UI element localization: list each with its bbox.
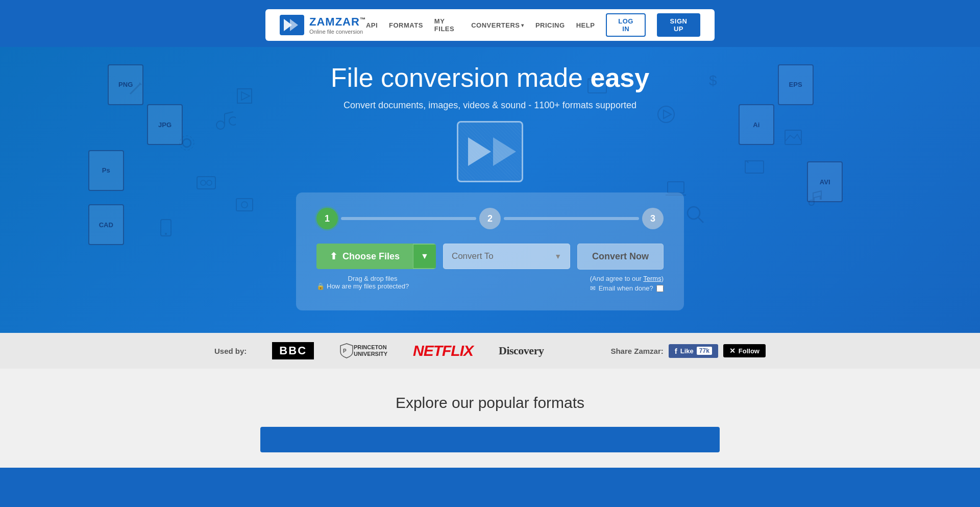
email-checkbox[interactable] — [656, 285, 664, 292]
fb-like-count: 77k — [697, 347, 712, 355]
converters-dropdown-arrow: ▾ — [521, 22, 524, 28]
bg-cassette-icon — [196, 173, 216, 193]
facebook-icon: f — [675, 347, 677, 355]
bg-file-ps: Ps — [88, 150, 124, 191]
brand-tm: ™ — [360, 16, 366, 22]
step-line-2 — [504, 217, 639, 220]
svg-rect-28 — [236, 199, 253, 211]
bg-music-note-icon — [803, 190, 823, 210]
navbar: ZAMZAR™ Online file conversion API FORMA… — [265, 9, 715, 41]
svg-line-3 — [130, 84, 140, 94]
svg-rect-12 — [785, 130, 801, 144]
nav-link-api[interactable]: API — [366, 21, 378, 29]
convert-to-label: Convert To — [452, 251, 494, 261]
svg-point-14 — [658, 106, 674, 123]
x-logo-icon: ✕ — [729, 347, 736, 355]
facebook-like-button[interactable]: f Like 77k — [669, 344, 718, 358]
discovery-logo: Discovery — [499, 344, 544, 357]
bg-magnify-icon — [685, 204, 705, 225]
login-button[interactable]: LOG IN — [606, 13, 646, 37]
used-by-inner: Used by: BBC P PRINCETON UNIVERSITY NETF… — [184, 342, 796, 359]
svg-point-23 — [207, 180, 212, 185]
nav-link-my-files[interactable]: MY FILES — [434, 17, 460, 33]
protect-link[interactable]: 🔒 How are my files protected? — [316, 282, 429, 290]
bg-file-jpg: JPG — [147, 104, 183, 145]
step-line-1 — [341, 217, 476, 220]
explore-section: Explore our popular formats — [0, 369, 980, 468]
svg-point-9 — [183, 139, 191, 147]
converter-controls: ⬆ Choose Files ▼ Convert To ▼ Convert No… — [316, 244, 664, 270]
email-when-done-row: ✉ Email when done? — [590, 284, 664, 292]
netflix-brand: NETFLIX — [413, 342, 473, 359]
bg-file-avi: AVI — [807, 161, 843, 202]
zamzar-logo-icon — [280, 15, 304, 35]
choose-files-button[interactable]: ⬆ Choose Files ▼ — [316, 244, 436, 269]
nav-link-help[interactable]: HELP — [576, 21, 595, 29]
choose-files-dropdown-button[interactable]: ▼ — [413, 245, 436, 268]
bbc-logo: BBC — [272, 342, 314, 359]
svg-line-4 — [139, 83, 141, 85]
svg-point-10 — [180, 136, 194, 150]
converter-steps: 1 2 3 — [316, 208, 664, 229]
navbar-brand[interactable]: ZAMZAR™ Online file conversion — [280, 15, 366, 35]
hero-section: PNG JPG Ps CAD EPS Ai AVI $ File convers… — [0, 47, 980, 333]
used-by-bar: Used by: BBC P PRINCETON UNIVERSITY NETF… — [0, 333, 980, 369]
share-section: Share Zamzar: f Like 77k ✕ Follow — [610, 344, 766, 358]
bg-gear-icon — [177, 133, 197, 153]
svg-rect-13 — [745, 161, 764, 173]
hero-title-regular: File conversion made — [331, 63, 591, 92]
bg-pencil-icon — [128, 81, 143, 96]
svg-point-22 — [201, 180, 206, 185]
navbar-wrapper: ZAMZAR™ Online file conversion API FORMA… — [0, 0, 980, 47]
signup-button[interactable]: SIGN UP — [657, 13, 700, 37]
brand-text: ZAMZAR™ Online file conversion — [309, 15, 366, 35]
choose-files-main-button[interactable]: ⬆ Choose Files — [316, 244, 413, 269]
bg-file-ai: Ai — [739, 104, 774, 145]
convert-now-button[interactable]: Convert Now — [577, 244, 664, 270]
nav-link-formats[interactable]: FORMATS — [389, 21, 423, 29]
hero-title: File conversion made easy — [331, 62, 649, 93]
nav-link-pricing[interactable]: PRICING — [535, 21, 565, 29]
agree-prefix: (And agree to our — [590, 275, 644, 282]
drag-drop-text: Drag & drop files — [316, 275, 429, 282]
svg-point-5 — [216, 121, 225, 129]
brand-sub-text: Online file conversion — [309, 29, 366, 35]
bbc-brand: BBC — [272, 342, 314, 359]
bg-music-icon — [215, 110, 236, 130]
fb-like-label: Like — [680, 347, 694, 355]
bg-file-cad: CAD — [88, 204, 124, 245]
svg-line-7 — [225, 112, 233, 114]
twitter-follow-label: Follow — [739, 347, 760, 355]
svg-point-19 — [688, 207, 700, 219]
svg-text:$: $ — [709, 73, 717, 88]
princeton-shield-icon: P — [339, 343, 354, 359]
drag-drop-section: Drag & drop files 🔒 How are my files pro… — [316, 275, 429, 292]
nav-link-converters[interactable]: CONVERTERS ▾ — [471, 21, 524, 29]
hero-play-animation — [457, 121, 523, 182]
netflix-logo: NETFLIX — [413, 342, 473, 359]
princeton-text: PRINCETON UNIVERSITY — [354, 344, 387, 357]
svg-marker-24 — [237, 89, 252, 103]
convert-now-label: Convert Now — [592, 251, 649, 261]
play-box — [457, 121, 523, 182]
svg-text:P: P — [343, 348, 347, 354]
bg-video-icon — [235, 87, 254, 105]
twitter-follow-button[interactable]: ✕ Follow — [723, 344, 766, 357]
bg-photo-icon — [235, 196, 254, 214]
svg-point-8 — [229, 117, 236, 125]
choose-files-label: Choose Files — [342, 251, 400, 262]
discovery-brand: Discovery — [499, 344, 544, 357]
brand-name-zamzar: ZAMZAR — [309, 15, 360, 28]
bg-play-circle-icon — [656, 104, 676, 125]
convert-to-select[interactable]: Convert To ▼ — [443, 244, 570, 269]
terms-link[interactable]: Terms — [643, 275, 661, 282]
explore-formats-bar[interactable] — [260, 427, 720, 452]
step-3-circle: 3 — [642, 208, 664, 229]
step-1-circle: 1 — [316, 208, 338, 229]
step-2-circle: 2 — [479, 208, 501, 229]
lock-icon: 🔒 — [316, 282, 325, 290]
used-by-label: Used by: — [214, 347, 247, 355]
svg-rect-26 — [161, 220, 171, 236]
agree-section: (And agree to our Terms) ✉ Email when do… — [590, 275, 664, 292]
convert-to-chevron-icon: ▼ — [554, 252, 561, 260]
